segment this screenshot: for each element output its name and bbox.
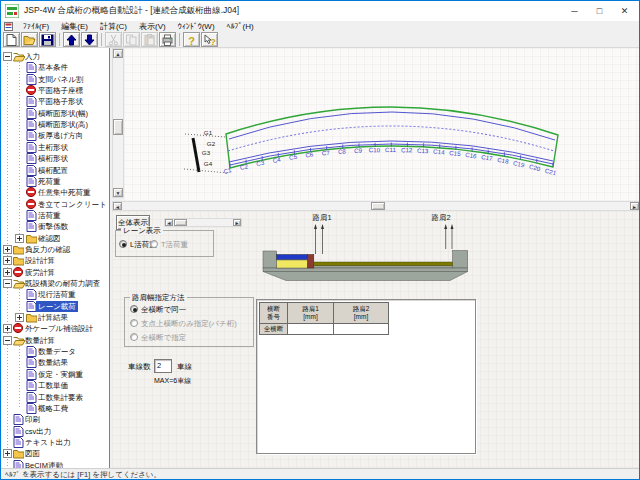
scroll-left-button[interactable]: ◄ [113, 202, 122, 210]
tree-item-label[interactable]: テキスト出力 [23, 437, 73, 448]
tree-item[interactable]: 数量結果 [2, 357, 110, 368]
expand-icon[interactable] [3, 268, 12, 277]
tree-item-label[interactable]: 数量計算 [23, 335, 57, 346]
tree-item-label[interactable]: 活荷重 [36, 210, 63, 221]
tree-item[interactable]: 確認図 [2, 233, 110, 244]
tree-item[interactable]: 負反力の確認 [2, 244, 110, 255]
tree-item-label[interactable]: 横断面形状(高) [36, 119, 90, 130]
tree-item-label[interactable]: 設計計算 [23, 255, 57, 266]
tree-item[interactable]: 図面 [2, 448, 110, 459]
tree-item-label[interactable]: 計算結果 [36, 312, 70, 323]
tree-item-label[interactable]: 入力 [23, 51, 42, 62]
tree-item[interactable]: 概略工費 [2, 403, 110, 414]
table-cell[interactable] [288, 324, 334, 335]
collapse-icon[interactable] [3, 52, 12, 61]
navigation-tree[interactable]: 入力基本条件支間パネル割平面格子座標平面格子形状横断面形状(幅)横断面形状(高)… [2, 48, 110, 468]
tree-item-label[interactable]: 数量結果 [36, 357, 70, 368]
print-button[interactable] [159, 32, 176, 47]
tree-item-label[interactable]: 疲労計算 [23, 267, 57, 278]
tree-item-label[interactable]: 確認図 [36, 233, 63, 244]
collapse-icon[interactable] [3, 336, 12, 345]
radio-全横断で同一[interactable]: 全横断で同一 [130, 305, 186, 315]
tree-item[interactable]: 設計計算 [2, 255, 110, 266]
expand-icon[interactable] [3, 324, 12, 333]
tree-item-label[interactable]: 支間パネル割 [36, 74, 86, 85]
tree-item[interactable]: 衝撃係数 [2, 221, 110, 232]
scrollbar-thumb[interactable] [113, 119, 123, 135]
tree-item[interactable]: 活荷重 [2, 210, 110, 221]
tree-item[interactable]: 横桁形状 [2, 153, 110, 164]
tree-item[interactable]: 既設橋梁の耐荷力調査 [2, 278, 110, 289]
scroll-left-button[interactable]: ◄ [165, 219, 173, 226]
tree-item[interactable]: BeCIM連動 [2, 460, 110, 468]
close-button[interactable]: ✕ [612, 1, 637, 21]
lane-count-input[interactable]: 2 [154, 359, 172, 373]
scroll-right-button[interactable]: ► [630, 202, 639, 210]
tree-item[interactable]: 疲労計算 [2, 267, 110, 278]
expand-icon[interactable] [15, 313, 24, 322]
tree-item-label[interactable]: 主桁形状 [36, 142, 70, 153]
tree-item[interactable]: 死荷重 [2, 176, 110, 187]
tree-item[interactable]: 基本条件 [2, 62, 110, 73]
tree-item[interactable]: 横断面形状(高) [2, 119, 110, 130]
expand-icon[interactable] [3, 449, 12, 458]
tree-item[interactable]: 板厚逃げ方向 [2, 130, 110, 141]
tree-item[interactable]: 平面格子形状 [2, 96, 110, 107]
title-bar[interactable]: JSP-4W 合成桁の概略自動設計 - [連続合成鈑桁曲線.J04] ─ □ ✕ [1, 1, 639, 21]
tree-item-label[interactable]: 死荷重 [36, 176, 63, 187]
tree-item-label[interactable]: 横桁配置 [36, 165, 70, 176]
expand-icon[interactable] [3, 245, 12, 254]
tree-item[interactable]: 入力 [2, 51, 110, 62]
tree-item[interactable]: 主桁形状 [2, 142, 110, 153]
tree-item-label[interactable]: 板厚逃げ方向 [36, 130, 85, 141]
scroll-down-button[interactable]: ▼ [113, 188, 123, 197]
expand-icon[interactable] [3, 256, 12, 265]
tree-item[interactable]: 数量計算 [2, 335, 110, 346]
scroll-up-button[interactable]: ▲ [113, 49, 123, 58]
tree-item-label[interactable]: 工数単価 [36, 380, 70, 391]
tree-item-label[interactable]: csv出力 [23, 426, 53, 437]
tree-item[interactable]: 巻立てコンクリート [2, 199, 110, 210]
tree-item[interactable]: 横断面形状(幅) [2, 108, 110, 119]
tree-item-label[interactable]: 平面格子形状 [36, 96, 85, 107]
tree-item-label[interactable]: 任意集中死荷重 [36, 187, 93, 198]
tree-item-label[interactable]: 衝撃係数 [36, 221, 70, 232]
tree-item-label[interactable]: 図面 [23, 448, 42, 459]
tree-item-label[interactable]: 既設橋梁の耐荷力調査 [23, 278, 102, 289]
vertical-scrollbar[interactable]: ▲▼ [112, 48, 124, 198]
menu-item-view[interactable]: 表示(V) [133, 21, 172, 32]
tree-item-label[interactable]: 数量データ [36, 346, 78, 357]
save-button[interactable] [39, 32, 56, 47]
tree-item-label[interactable]: 印刷 [23, 414, 42, 425]
minimize-button[interactable]: ─ [562, 1, 587, 21]
expand-icon[interactable] [15, 234, 24, 243]
tree-item-label[interactable]: 現行活荷重 [36, 289, 78, 300]
tree-item-label[interactable]: 平面格子座標 [36, 85, 85, 96]
tree-item-label[interactable]: 負反力の確認 [23, 244, 72, 255]
scrollbar-thumb[interactable] [174, 219, 187, 226]
menu-item-file[interactable]: ﾌｧｲﾙ(F) [17, 21, 55, 32]
open-button[interactable] [21, 32, 38, 47]
menu-item-calc[interactable]: 計算(C) [94, 21, 133, 32]
menu-item-help[interactable]: ﾍﾙﾌﾟ(H) [221, 21, 260, 32]
document-system-icon[interactable] [4, 22, 13, 31]
tree-item-label[interactable]: 横断面形状(幅) [36, 108, 90, 119]
tree-item[interactable]: 外ケーブル補強設計 [2, 323, 110, 334]
move-down-button[interactable] [81, 32, 98, 47]
move-up-button[interactable] [63, 32, 80, 47]
tree-item[interactable]: 仮定・実鋼重 [2, 369, 110, 380]
tree-item-label[interactable]: 概略工費 [36, 403, 70, 414]
radio-button[interactable] [130, 305, 138, 313]
tree-item-label[interactable]: 巻立てコンクリート [36, 199, 109, 210]
table-cell[interactable] [334, 324, 389, 335]
tree-item[interactable]: テキスト出力 [2, 437, 110, 448]
tree-item-label[interactable]: 基本条件 [36, 62, 70, 73]
tree-item[interactable]: 現行活荷重 [2, 289, 110, 300]
tree-item[interactable]: 支間パネル割 [2, 74, 110, 85]
tree-item[interactable]: 平面格子座標 [2, 85, 110, 96]
help-button[interactable]: ? [183, 32, 200, 47]
tree-item[interactable]: 工数単価 [2, 380, 110, 391]
horizontal-scrollbar[interactable]: ◄► [112, 201, 640, 211]
scroll-right-button[interactable]: ► [233, 219, 241, 226]
tree-item[interactable]: 工数集計要素 [2, 392, 110, 403]
